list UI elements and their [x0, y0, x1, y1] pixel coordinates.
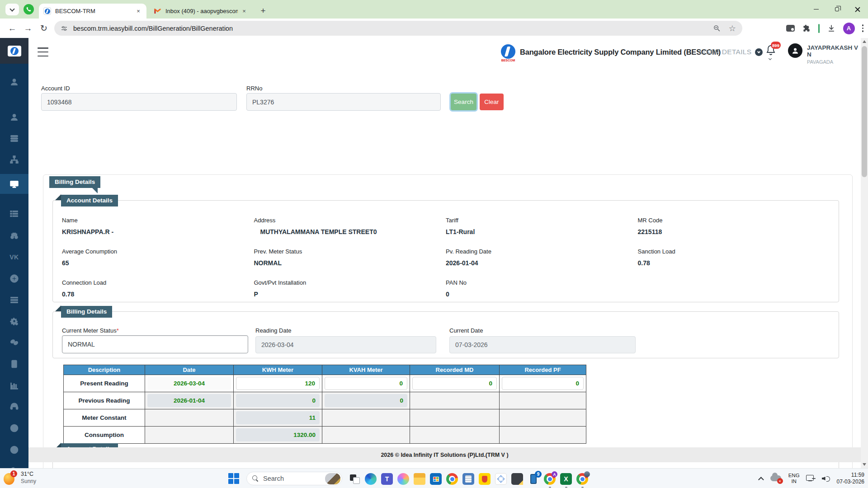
weather-widget[interactable]: 1 31°C Sunny [4, 470, 36, 485]
current-meter-status-select[interactable] [62, 335, 248, 353]
whatsapp-icon[interactable] [24, 4, 34, 14]
close-window-button[interactable] [847, 0, 868, 19]
sidebar-item-bar-chart[interactable] [0, 375, 28, 395]
minimize-button[interactable] [806, 0, 826, 19]
calculator-button[interactable] [460, 471, 476, 487]
site-settings-icon[interactable] [61, 25, 68, 32]
weather-desc: Sunny [21, 478, 36, 484]
account-details-fieldset: Account Details NameKRISHNAPPA.R - Addre… [52, 200, 839, 302]
zoom-icon[interactable] [713, 24, 721, 32]
sidebar-item-headset[interactable] [0, 396, 28, 416]
language-indicator[interactable]: ENG IN [788, 473, 800, 484]
onedrive-icon[interactable]: × [770, 474, 782, 483]
sidebar-item-vk[interactable]: VK [0, 247, 28, 267]
copilot-icon [397, 473, 409, 485]
excel-button[interactable]: X [558, 471, 574, 487]
table-row-previous-reading: Previous Reading 2026-01-04 0 0 [64, 392, 586, 409]
rrno-input[interactable] [246, 93, 441, 111]
present-md-input[interactable]: 0 [412, 377, 497, 390]
account-id-input[interactable] [41, 93, 237, 111]
sidebar-item-binoculars[interactable] [0, 225, 28, 245]
start-button[interactable] [228, 473, 239, 484]
url-text[interactable]: bescom.trm.ieasybill.com/BillGeneration/… [73, 25, 713, 32]
network-icon[interactable] [806, 474, 815, 483]
bookmark-star-icon[interactable]: ☆ [729, 23, 736, 33]
sidebar-item-consumer[interactable] [0, 107, 28, 127]
chrome-button[interactable] [444, 471, 460, 487]
notification-badge: 899 [771, 42, 781, 49]
sticky-notes-button[interactable] [509, 471, 525, 487]
search-icon [252, 475, 259, 482]
sidebar-item-billing-active[interactable] [0, 174, 28, 194]
present-kvah-input[interactable]: 0 [325, 377, 407, 390]
sidebar-item-user[interactable] [0, 72, 28, 92]
present-pf-input[interactable]: 0 [502, 377, 584, 390]
profile-image-badge [584, 471, 590, 477]
page-scrollbar[interactable] [861, 38, 868, 468]
sidebar-item-list[interactable] [0, 290, 28, 310]
notifications-bell[interactable]: 899 [765, 44, 782, 58]
reload-button[interactable]: ↻ [36, 19, 52, 38]
sidebar-item-server-list[interactable] [0, 128, 28, 148]
sidebar-logo [0, 38, 28, 64]
browser-menu-icon[interactable] [862, 24, 864, 32]
search-button[interactable]: Search [451, 94, 476, 110]
task-view-button[interactable] [346, 471, 363, 487]
forward-button[interactable]: → [20, 19, 36, 38]
current-date-input [449, 336, 636, 353]
tab-bescom-trm[interactable]: BESCOM-TRM × [39, 4, 146, 19]
chrome-profile-button[interactable]: A [542, 471, 558, 487]
scroll-down-icon[interactable] [863, 463, 866, 466]
table-row-consumption: Consumption 1320.00 [64, 427, 586, 444]
tab-title: Inbox (409) - aaopvgbescom1@ [165, 8, 238, 14]
scrollbar-thumb[interactable] [862, 46, 867, 177]
clear-button[interactable]: Clear [480, 94, 504, 110]
clock[interactable]: 11:59 07-03-2026 [837, 472, 864, 485]
chrome-profile2-button[interactable] [574, 471, 590, 487]
teams-button[interactable]: T [379, 471, 395, 487]
sidebar-item-mobile[interactable] [0, 354, 28, 374]
snipping-tool-button[interactable] [493, 471, 509, 487]
system-tray: × ENG IN 11:59 07-03-2026 [760, 469, 864, 488]
copilot-button[interactable] [395, 471, 411, 487]
extensions-puzzle-icon[interactable] [802, 24, 811, 33]
sidebar-item-kwh-list[interactable] [0, 204, 28, 224]
profile-a-badge: A [552, 471, 557, 477]
sidebar-item-add[interactable] [0, 268, 28, 288]
tab-gmail-inbox[interactable]: Inbox (409) - aaopvgbescom1@ × [149, 4, 252, 19]
phone-link-button[interactable]: 9 [525, 471, 542, 487]
taskbar-search[interactable]: Search [246, 472, 342, 485]
edge-button[interactable] [363, 471, 379, 487]
new-tab-button[interactable]: + [257, 5, 269, 17]
excel-icon: X [560, 473, 572, 485]
sidebar-item-chain[interactable] [0, 460, 28, 468]
present-kwh-input[interactable]: 120 [236, 377, 320, 390]
address-bar[interactable]: bescom.trm.ieasybill.com/BillGeneration/… [54, 21, 742, 36]
app-header: ··· BESCOM Bangalore Electricity Supply … [28, 38, 861, 67]
restore-button[interactable] [826, 0, 847, 19]
sidebar-item-links[interactable] [0, 332, 28, 352]
back-button[interactable]: ← [5, 19, 20, 38]
antivirus-button[interactable] [476, 471, 493, 487]
close-tab-icon[interactable]: × [241, 8, 248, 15]
media-control-icon[interactable] [786, 25, 795, 32]
sidebar-item-settings-gears[interactable] [0, 311, 28, 331]
tab-search-button[interactable] [5, 4, 19, 15]
close-tab-icon[interactable]: × [135, 8, 142, 15]
sidebar-item-dashboard[interactable] [0, 418, 28, 438]
sidebar-item-palette[interactable] [0, 440, 28, 460]
store-button[interactable] [428, 471, 444, 487]
sidebar-item-hierarchy[interactable] [0, 150, 28, 169]
current-meter-status-label: Current Meter Status* [62, 327, 119, 334]
file-explorer-button[interactable] [411, 471, 428, 487]
search-daily-image[interactable] [325, 473, 340, 484]
browser-profile-avatar[interactable]: A [843, 23, 855, 34]
menu-hamburger-icon[interactable] [38, 47, 48, 56]
user-avatar[interactable] [788, 43, 802, 58]
sun-icon: 1 [4, 470, 17, 485]
volume-icon[interactable] [821, 474, 830, 483]
downloads-icon[interactable] [827, 24, 836, 33]
user-details-dropdown[interactable]: USER DETAILS [700, 48, 763, 56]
hidden-icons-chevron[interactable] [758, 477, 764, 483]
scroll-up-icon[interactable] [863, 40, 866, 43]
